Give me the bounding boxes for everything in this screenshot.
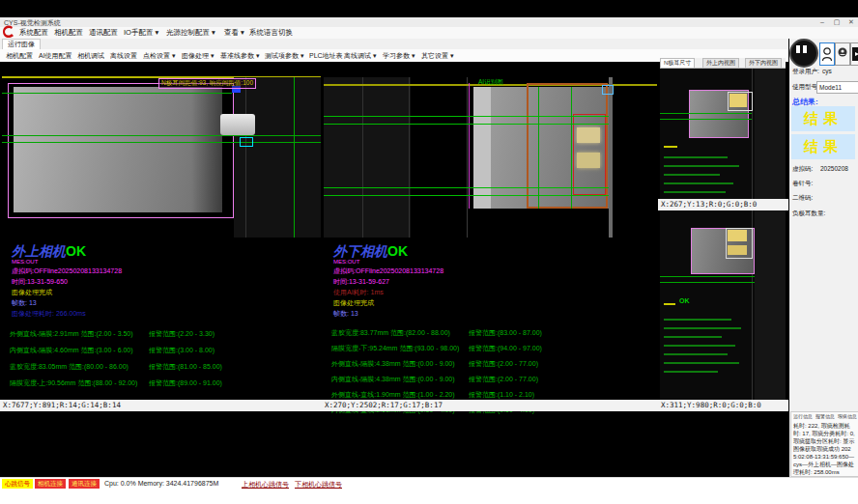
virtual-code-label: 虚拟码: xyxy=(792,165,813,174)
ai-image-label: AI识别图 xyxy=(478,78,503,87)
virtual-code-value: 20250208 xyxy=(820,165,848,172)
alarm-range: 报警范围:(89.00 - 91.00) xyxy=(149,378,222,388)
tool-offline-setting[interactable]: 离线设置 xyxy=(110,51,137,61)
measurement-value: 内侧直线-隔膜:4.60mm 范围:(3.00 - 6.00) xyxy=(10,346,133,355)
tiny-text-line xyxy=(664,156,728,158)
timestamp-text: 时间:13-31-59-627 xyxy=(333,277,389,287)
alarm-range: 报警范围:(1.10 - 2.10) xyxy=(469,390,534,400)
login-user-label: 登录用户: xyxy=(792,68,819,76)
log-tab-alarm[interactable]: 报警信息 xyxy=(815,413,835,419)
measure-line xyxy=(324,195,609,196)
tab-run-image[interactable]: 运行图像 xyxy=(2,39,41,49)
needle-number-label: 卷针号: xyxy=(792,180,813,188)
lower-camera-heartbeat-link[interactable]: 下相机心跳信号 xyxy=(295,480,342,490)
magenta-vline xyxy=(469,83,470,209)
user-icon xyxy=(820,43,834,65)
user-settings-button[interactable] xyxy=(835,42,850,66)
qrcode-label: 二维码: xyxy=(792,194,813,203)
result-display-1: 结果 xyxy=(791,106,855,131)
tab-upper-view[interactable]: 外上内视图 xyxy=(702,58,739,68)
menu-camera-config[interactable]: 相机配置 xyxy=(54,28,83,38)
tool-test-params[interactable]: 测试项参数 ▾ xyxy=(265,51,303,61)
part-shading xyxy=(191,87,222,212)
measurement-row: 蓝胶宽度:83.77mm 范围:(82.00 - 88.00) 报警范围:(83… xyxy=(324,328,657,338)
tiny-text-line xyxy=(664,191,726,193)
image-dark-band xyxy=(324,77,411,238)
tool-camera-config[interactable]: 相机配置 xyxy=(6,51,33,61)
comm-link-badge: 通讯连接 xyxy=(69,479,100,489)
measurement-value: 蓝胶宽度:83.77mm 范围:(82.00 - 88.00) xyxy=(331,328,450,338)
tool-check-setting[interactable]: 点检设置 ▾ xyxy=(143,51,175,61)
tool-offline-debug[interactable]: 离线调试 ▾ xyxy=(344,51,376,61)
menu-view[interactable]: 查看 ▾ xyxy=(224,28,244,38)
menu-language-switch[interactable]: 系统语言切换 xyxy=(249,28,293,38)
measurement-row: 内侧直线-隔膜:4.60mm 范围:(3.00 - 6.00) 报警范围:(3.… xyxy=(2,346,321,355)
alarm-range: 报警范围:(2.00 - 77.00) xyxy=(469,375,538,384)
tool-other-settings[interactable]: 其它设置 ▾ xyxy=(421,51,453,61)
tab-tab-size[interactable]: N极耳尺寸 xyxy=(660,58,695,68)
measurement-value: 隔膜宽度-下:95.24mm 范围:(93.00 - 98.00) xyxy=(331,344,459,353)
tiny-text-line xyxy=(664,303,675,305)
bright-feature xyxy=(577,127,600,143)
tool-image-process[interactable]: 图像处理 ▾ xyxy=(182,51,214,61)
result-display-2: 结果 xyxy=(791,134,855,159)
measurement-value: 外侧直线-直线:1.90mm 范围:(1.00 - 2.20) xyxy=(331,390,455,400)
frame-count-text: 帧数: 13 xyxy=(12,298,37,308)
tab-lower-view[interactable]: 外下内视图 xyxy=(745,58,782,68)
app-logo-icon xyxy=(2,24,15,40)
tool-ai-config[interactable]: AI使用配置 xyxy=(39,51,72,61)
preview-panel-2[interactable]: OK xyxy=(660,210,786,400)
process-done-text: 图像处理完成 xyxy=(333,298,374,308)
tiny-text-line xyxy=(664,174,720,176)
camera-name: 外上相机 xyxy=(12,243,66,259)
alarm-range: 报警范围:(2.20 - 3.30) xyxy=(149,329,214,339)
measure-vline xyxy=(571,87,572,209)
ok-status-mini: OK xyxy=(679,297,690,304)
maximize-icon[interactable]: ▢ xyxy=(830,17,844,26)
measurement-row: 外侧直线-隔膜:2.91mm 范围:(2.00 - 3.50) 报警范围:(2.… xyxy=(2,329,321,339)
tiny-text-line xyxy=(664,146,677,148)
preview-panel-1[interactable] xyxy=(660,69,786,199)
menu-light-config[interactable]: 光源控制配置 ▾ xyxy=(166,28,215,38)
measure-vline xyxy=(538,87,539,209)
upper-camera-heartbeat-link[interactable]: 上相机心跳信号 xyxy=(242,480,289,490)
pause-icon xyxy=(796,45,800,53)
menu-system-config[interactable]: 系统配置 xyxy=(19,28,48,38)
measurement-value: 外侧直线-隔膜:4.38mm 范围:(0.00 - 9.00) xyxy=(331,359,455,369)
tool-plc-table[interactable]: PLC地址表 xyxy=(309,51,343,61)
close-icon[interactable]: ✕ xyxy=(844,17,858,26)
measure-vline xyxy=(294,77,295,238)
virtual-code-text: 虚拟码:OFFline20250208133134728 xyxy=(12,266,122,276)
tool-baseline-params[interactable]: 基准线参数 ▾ xyxy=(220,51,259,61)
tool-learn-params[interactable]: 学习参数 ▾ xyxy=(383,51,415,61)
user-button-selected[interactable] xyxy=(819,42,835,66)
cpu-memory-readout: Cpu: 0.0% Memory: 3424.41796875M xyxy=(104,480,218,487)
ok-status: OK xyxy=(387,243,408,259)
alarm-range: 报警范围:(94.00 - 97.00) xyxy=(469,344,542,353)
timestamp-text: 时间:13-31-59-650 xyxy=(12,277,68,287)
log-tab-defect[interactable]: 瑕疵信息 xyxy=(838,413,857,419)
pause-button[interactable] xyxy=(789,39,818,68)
distance-overlay-label: N极耳间距值:93, 响应间距值:100 xyxy=(158,78,256,89)
menu-gripper-config[interactable]: IO手配置 ▾ xyxy=(124,28,158,38)
pixel-coords-readout: X:7677;Y:891;R:14;G:14;B:14 xyxy=(0,400,323,411)
heartbeat-badge: 心跳信号 xyxy=(2,479,33,489)
measure-line xyxy=(660,113,752,114)
cyan-roi-box xyxy=(602,85,614,95)
ok-status: OK xyxy=(66,243,86,259)
user-gear-icon xyxy=(836,43,849,65)
control-sidebar: 登录用户: cys 使用型号: Mode11 总结果: 结果 结果 虚拟码: 2… xyxy=(788,39,858,477)
exit-button[interactable] xyxy=(850,42,858,66)
virtual-code-text: 虚拟码:OFFline20250208133134728 xyxy=(333,266,443,276)
log-tab-run[interactable]: 运行信息 xyxy=(793,413,813,419)
tool-camera-debug[interactable]: 相机调试 xyxy=(77,51,104,61)
minimize-icon[interactable]: – xyxy=(815,17,829,26)
menu-comm-config[interactable]: 通讯配置 xyxy=(89,28,118,38)
log-area[interactable]: 运行信息 报警信息 瑕疵信息 耗时: 222, 瑕疵检测耗时: 17, 瑕疵分类… xyxy=(790,411,858,477)
connector-part-image xyxy=(220,114,255,135)
process-done-text: 图像处理完成 xyxy=(12,288,52,297)
measurement-value: 蓝胶宽度:83.05mm 范围:(80.00 - 86.00) xyxy=(10,362,129,372)
measurement-row: 外侧直线-隔膜:4.38mm 范围:(0.00 - 9.00) 报警范围:(2.… xyxy=(324,359,657,369)
white-roi-box xyxy=(728,92,753,111)
model-input[interactable]: Mode11 xyxy=(816,81,858,94)
